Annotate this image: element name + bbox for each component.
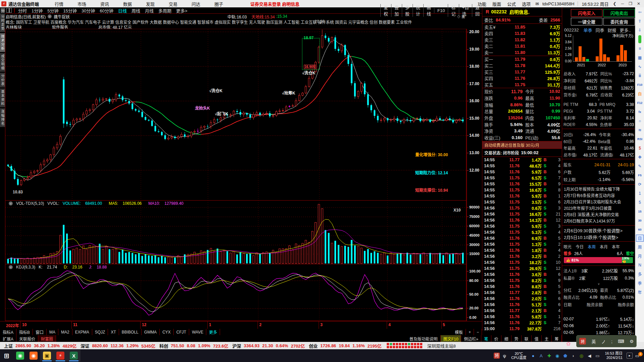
period-年-button[interactable]: 年 <box>635 288 644 297</box>
button-闪电卖出[interactable]: 闪电卖出 <box>603 9 635 17</box>
mini-tab-主[interactable]: 主 <box>542 335 552 342</box>
bottom-tab-图文F10[interactable]: 图文F10 <box>441 335 462 342</box>
sentiment-tab-本年[interactable]: 本年 <box>612 244 620 249</box>
period-更多>[interactable]: 更多> <box>176 7 187 14</box>
tick-row[interactable]: 14:5611.766.9万B5 <box>482 235 562 241</box>
kline-chart-canvas[interactable] <box>5 29 467 321</box>
tick-row[interactable]: 14:5511.7648.6万S4 <box>482 163 562 169</box>
tick-row[interactable]: 14:5611.7614.3万B12 <box>482 217 562 223</box>
indicator-tab-GMMA[interactable]: GMMA <box>142 329 160 335</box>
formula-icon[interactable]: fx <box>635 107 644 116</box>
tool-返回[interactable]: 返回 <box>472 4 483 17</box>
tick-row[interactable]: 14:5611.7518.2万S10 <box>482 259 562 265</box>
tick-row[interactable]: 14:5611.755.3万S4 <box>482 229 562 235</box>
button-闪电买入[interactable]: 闪电买入 <box>571 9 602 17</box>
tool-F10[interactable]: F10 <box>434 8 448 13</box>
menu-item-发现[interactable]: 发现 <box>146 1 155 7</box>
period-日-button[interactable]: 日 <box>636 235 644 242</box>
circle-icon[interactable]: ○ <box>635 116 644 125</box>
menu-item-问达[interactable]: 问达 <box>192 1 200 7</box>
tick-row[interactable]: 14:5511.753.5万S6 <box>482 199 562 205</box>
menu-item-数据[interactable]: 数据 <box>123 1 132 7</box>
scroll-down-icon[interactable]: ⇩ <box>635 25 644 35</box>
expand-chevron-2[interactable]: ∨ <box>562 282 635 286</box>
ime-item-3[interactable]: ; <box>611 339 612 344</box>
kline-icon[interactable]: ⅲ <box>635 71 644 80</box>
tick-row[interactable]: 14:5511.7516.6万S8 <box>482 187 562 193</box>
menu-item-资讯[interactable]: 资讯 <box>100 1 109 7</box>
tick-row[interactable]: 14:5611.765.8万S1 <box>482 314 562 320</box>
list-icon[interactable]: ≡ <box>635 44 644 53</box>
split-view-icon[interactable] <box>6 8 12 13</box>
tick-row[interactable]: 14:5611.7516.6万S21 <box>482 211 562 217</box>
indicator-tab-指标A[interactable]: 指标A <box>0 329 16 335</box>
period-季-button[interactable]: 季 <box>635 279 644 288</box>
period-多周期[interactable]: 多周期 <box>158 7 171 14</box>
menu-item-版面[interactable]: 版面 <box>492 1 501 7</box>
alert-item[interactable]: 2月5日10:10跌停:个股调整> <box>564 234 634 240</box>
scroll-up-icon[interactable]: ⇧ <box>635 16 644 25</box>
period-月线[interactable]: 月线 <box>145 7 154 14</box>
period-1分钟[interactable]: 1分钟 <box>32 7 43 14</box>
tray-icon-2[interactable]: ✚ <box>546 353 552 358</box>
indicator-tab-MA[interactable]: MA <box>47 329 58 335</box>
taskbar-folder[interactable]: ▣ <box>40 350 54 361</box>
tick-row[interactable]: 14:5611.750.6万S3 <box>482 205 562 211</box>
news-item[interactable]: 2月8日 深股通,无大净额的交易 <box>564 212 634 218</box>
close-icon[interactable]: ✕ <box>637 1 640 6</box>
history-back-icon[interactable]: ❮ <box>613 1 616 6</box>
tick-row[interactable]: 14:5611.763.6万B6 <box>482 272 562 278</box>
indicator-tab-CFJT[interactable]: CFJT <box>174 329 189 335</box>
period-周-button[interactable]: 周 <box>635 242 644 251</box>
indicator-tab-EXPMA[interactable]: EXPMA <box>72 329 92 335</box>
tray-icon-4[interactable]: ⬟ <box>562 353 569 358</box>
tray-icon-7[interactable]: ◀ <box>586 353 593 358</box>
news-item[interactable]: 2023年年报于3月29日披露 <box>564 205 634 212</box>
news-item[interactable]: 2月6日融资净买入1434.97万 <box>564 218 634 224</box>
tray-icon-8[interactable]: ▭ <box>594 353 601 358</box>
tick-row[interactable]: 14:5511.756.5万S7 <box>482 175 562 181</box>
chart-corner-icons[interactable]: ◇ ▣ <box>457 14 465 19</box>
period-周线[interactable]: 周线 <box>131 7 140 14</box>
bottom-tab-普及版功能说明[interactable]: 普及版功能说明 <box>407 335 441 342</box>
tick-row[interactable]: 14:5611.765.1万S6 <box>482 302 562 308</box>
taskbar-start[interactable]: ⊞ <box>0 350 13 361</box>
view-tab-分价表[interactable]: 分价表 <box>0 73 5 87</box>
ime-item-0[interactable]: 将 <box>579 338 586 345</box>
period-30-button[interactable]: 30 <box>635 216 644 225</box>
indicator-tab-指标B[interactable]: 指标B <box>16 329 33 335</box>
tray-icon-5[interactable]: ◗ <box>570 353 577 358</box>
menu-item-公式[interactable]: 公式 <box>507 1 516 7</box>
button-一键全撤[interactable]: 一键全撤 <box>571 18 602 25</box>
tick-row[interactable]: 14:5511.771.4万B3 <box>482 157 562 163</box>
news-item[interactable]: 1月30日年报预告:业绩大幅下降 <box>564 186 634 192</box>
period-1-button[interactable]: 1 <box>635 189 644 198</box>
wave-icon[interactable]: ≋ <box>635 125 644 134</box>
money-icon[interactable]: $ <box>635 143 644 153</box>
mini-tab-联[interactable]: 联 <box>522 335 532 342</box>
minimize-icon[interactable]: ─ <box>621 1 624 6</box>
tick-row[interactable]: 14:5611.772.1万B4 <box>482 308 562 314</box>
period-60-button[interactable]: 60 <box>635 225 644 234</box>
mini-tab-筹[interactable]: 筹 <box>552 335 562 342</box>
mini-tab-势[interactable]: 势 <box>512 335 522 342</box>
period-多-button[interactable]: 多 <box>635 269 644 279</box>
tick-row[interactable]: 14:5611.7622.7万S7 <box>482 320 562 326</box>
scrollbar-thumb[interactable] <box>638 35 641 43</box>
ime-item-4[interactable]: ⌨ <box>618 339 624 344</box>
tick-list[interactable]: 14:5511.771.4万B314:5511.7648.6万S414:5511… <box>482 157 562 332</box>
menu-item-行情[interactable]: 行情 <box>55 1 63 7</box>
template-模板[interactable]: 模板 <box>452 329 466 335</box>
indicator-tab-更多[interactable]: 更多 <box>206 329 220 335</box>
taskbar-excel[interactable]: X <box>67 350 80 361</box>
mini-tab-细[interactable]: 细 <box>501 335 512 342</box>
f10-icon[interactable]: F10 <box>635 80 644 89</box>
indicator-tab-CYX[interactable]: CYX <box>160 329 174 335</box>
period-60分钟[interactable]: 60分钟 <box>100 7 113 14</box>
mini-tab-值[interactable]: 值 <box>532 335 542 342</box>
mini-tab-笔[interactable]: 笔 <box>481 335 491 342</box>
tray-icon-3[interactable]: ◉ <box>554 353 560 358</box>
tick-row[interactable]: 14:5611.758.2万S9 <box>482 278 562 284</box>
tick-row[interactable]: 14:5611.7526.9万S12 <box>482 265 562 272</box>
collapse-icon[interactable]: v <box>48 14 52 18</box>
